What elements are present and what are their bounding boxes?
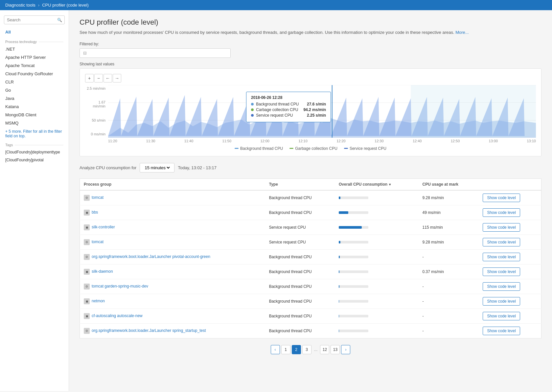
sidebar: 🔍 All Process technology .NETApache HTTP… bbox=[0, 10, 69, 391]
legend-background-thread: Background thread CPU bbox=[235, 146, 283, 151]
table-row: ◼netmonBackground thread CPU-Show code l… bbox=[80, 294, 541, 309]
page-btn-2[interactable]: 2 bbox=[292, 345, 301, 354]
sidebar-item-clr[interactable]: CLR bbox=[0, 78, 69, 86]
cell-cpu-mark: 115 ms/min bbox=[419, 220, 479, 235]
show-code-level-button[interactable]: Show code level bbox=[483, 208, 520, 217]
zoom-in-button[interactable]: + bbox=[85, 74, 94, 82]
legend-dot-garbage bbox=[289, 148, 293, 149]
process-link[interactable]: bbs bbox=[92, 210, 98, 215]
table-row: ⚙org.springframework.boot.loader.JarLaun… bbox=[80, 249, 541, 264]
show-code-level-button[interactable]: Show code level bbox=[483, 223, 520, 232]
pagination: ‹ 1 2 3 ... 12 13 › bbox=[80, 345, 541, 354]
breadcrumb-parent[interactable]: Diagnostic tools bbox=[5, 3, 35, 8]
sidebar-item-all[interactable]: All bbox=[0, 27, 69, 37]
cell-action: Show code level bbox=[479, 205, 541, 220]
process-link[interactable]: silk-daemon bbox=[92, 269, 113, 274]
page-title: CPU profiler (code level) bbox=[80, 18, 541, 27]
table-row: ◼cf-autoscaling autoscale-newBackground … bbox=[80, 309, 541, 323]
tags-section: Tags bbox=[0, 140, 69, 148]
cell-process-name: ◼netmon bbox=[80, 294, 265, 309]
process-link[interactable]: tomcat bbox=[92, 240, 104, 244]
cpu-bar-container bbox=[339, 256, 368, 258]
prev-page-button[interactable]: ‹ bbox=[271, 345, 280, 354]
sidebar-item-mongodb-client[interactable]: MongoDB Client bbox=[0, 111, 69, 119]
process-link[interactable]: silk-controller bbox=[92, 225, 115, 229]
sidebar-item-.net[interactable]: .NET bbox=[0, 45, 69, 53]
show-code-level-button[interactable]: Show code level bbox=[483, 194, 520, 202]
table-row: ◼silk-daemonBackground thread CPU0.37 ms… bbox=[80, 264, 541, 279]
cell-bar bbox=[335, 309, 419, 323]
show-code-level-button[interactable]: Show code level bbox=[483, 297, 520, 306]
sidebar-item-apache-tomcat[interactable]: Apache Tomcat bbox=[0, 61, 69, 70]
page-btn-12[interactable]: 12 bbox=[320, 345, 329, 354]
filter-box[interactable]: ⊟ bbox=[80, 48, 231, 58]
process-link[interactable]: org.springframework.boot.loader.JarLaunc… bbox=[92, 254, 210, 259]
cell-cpu-mark: - bbox=[419, 294, 479, 309]
show-code-level-button[interactable]: Show code level bbox=[483, 238, 520, 246]
cpu-bar-container bbox=[339, 196, 368, 199]
show-code-level-button[interactable]: Show code level bbox=[483, 253, 520, 261]
search-input[interactable] bbox=[4, 15, 65, 24]
filter-label: Filtered by: bbox=[80, 42, 541, 46]
page-btn-1[interactable]: 1 bbox=[281, 345, 290, 354]
sidebar-tag-item[interactable]: [CloudFoundry]pivotal bbox=[0, 156, 69, 164]
filter-icon: ⊟ bbox=[83, 51, 87, 56]
process-link[interactable]: org.springframework.boot.loader.JarLaunc… bbox=[92, 328, 206, 333]
pan-right-button[interactable]: → bbox=[113, 74, 121, 82]
cell-process-name: ◼silk-daemon bbox=[80, 264, 265, 279]
cell-bar bbox=[335, 264, 419, 279]
next-page-button[interactable]: › bbox=[341, 345, 350, 354]
zoom-out-button[interactable]: − bbox=[94, 74, 103, 82]
sidebar-item-cloud-foundry-gorouter[interactable]: Cloud Foundry GoRouter bbox=[0, 70, 69, 78]
sidebar-more-label[interactable]: + 5 more. Filter for all in the filter f… bbox=[0, 127, 69, 140]
cell-process-name: ◼cf-autoscaling autoscale-new bbox=[80, 309, 265, 323]
cell-type: Background thread CPU bbox=[265, 323, 335, 338]
legend-dot-service bbox=[344, 148, 348, 149]
cpu-bar-container bbox=[339, 226, 368, 229]
show-code-level-button[interactable]: Show code level bbox=[483, 327, 520, 335]
cpu-bar-container bbox=[339, 330, 368, 332]
cell-cpu-mark: - bbox=[419, 249, 479, 264]
col-cpu-mark: CPU usage at mark bbox=[419, 178, 479, 190]
process-icon: ⚙ bbox=[84, 254, 90, 260]
breadcrumb-separator: › bbox=[38, 3, 39, 8]
page-btn-13[interactable]: 13 bbox=[331, 345, 340, 354]
process-link[interactable]: netmon bbox=[92, 299, 105, 303]
search-icon: 🔍 bbox=[57, 18, 62, 22]
cpu-bar-container bbox=[339, 315, 368, 317]
sidebar-item-go[interactable]: Go bbox=[0, 86, 69, 94]
cpu-bar-container bbox=[339, 300, 368, 303]
analyze-label: Analyze CPU consumption for bbox=[80, 165, 136, 170]
sidebar-item-katana[interactable]: Katana bbox=[0, 103, 69, 111]
col-overall-cpu[interactable]: Overall CPU consumption bbox=[335, 178, 419, 190]
svg-rect-5 bbox=[411, 85, 536, 138]
process-link[interactable]: cf-autoscaling autoscale-new bbox=[92, 313, 143, 318]
chart-controls: + − ← → bbox=[85, 74, 536, 82]
cell-action: Show code level bbox=[479, 264, 541, 279]
cell-type: Background thread CPU bbox=[265, 294, 335, 309]
pan-left-button[interactable]: ← bbox=[104, 74, 112, 82]
cell-process-name: ⚙tomcat garden-spring-music-dev bbox=[80, 279, 265, 294]
cell-action: Show code level bbox=[479, 190, 541, 205]
sidebar-item-msmq[interactable]: MSMQ bbox=[0, 119, 69, 127]
page-btn-3[interactable]: 3 bbox=[302, 345, 311, 354]
sidebar-tag-list: [CloudFoundry]deploymenttype[CloudFoundr… bbox=[0, 148, 69, 164]
sidebar-process-list: .NETApache HTTP ServerApache TomcatCloud… bbox=[0, 45, 69, 127]
analyze-duration-select[interactable]: 15 minutes 30 minutes 1 hour 2 hours bbox=[143, 165, 171, 171]
sidebar-item-java[interactable]: Java bbox=[0, 94, 69, 103]
cell-cpu-mark: - bbox=[419, 279, 479, 294]
sidebar-tag-item[interactable]: [CloudFoundry]deploymenttype bbox=[0, 148, 69, 156]
more-link[interactable]: More... bbox=[455, 30, 469, 35]
process-link[interactable]: tomcat garden-spring-music-dev bbox=[92, 284, 148, 288]
cpu-bar-fill bbox=[339, 256, 340, 258]
y-label-4: 0 ms/min bbox=[85, 132, 105, 136]
show-code-level-button[interactable]: Show code level bbox=[483, 282, 520, 291]
process-link[interactable]: tomcat bbox=[92, 195, 104, 200]
chart-container: + − ← → 2.5 min/min 1.67 min/min 50 s/mi… bbox=[80, 68, 541, 156]
analyze-select-container[interactable]: 15 minutes 30 minutes 1 hour 2 hours bbox=[140, 163, 174, 173]
sidebar-item-apache-http-server[interactable]: Apache HTTP Server bbox=[0, 53, 69, 61]
show-code-level-button[interactable]: Show code level bbox=[483, 267, 520, 276]
legend-dot-background bbox=[235, 148, 239, 149]
cell-cpu-mark: - bbox=[419, 323, 479, 338]
show-code-level-button[interactable]: Show code level bbox=[483, 312, 520, 320]
